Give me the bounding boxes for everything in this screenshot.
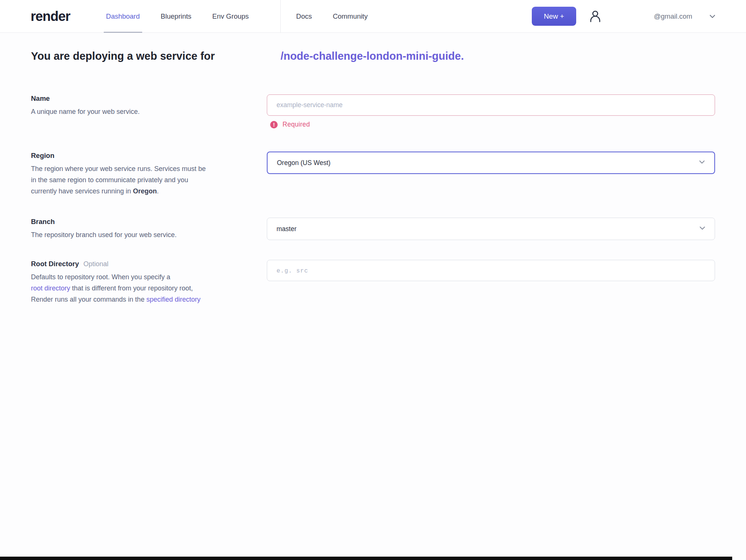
root-directory-description: Defaults to repository root. When you sp… <box>31 271 255 305</box>
region-select-value: Oregon (US West) <box>277 159 331 167</box>
name-error-text: Required <box>283 121 310 128</box>
name-error: ! Required <box>267 121 715 128</box>
nav-divider <box>280 0 281 33</box>
render-logo[interactable]: render <box>31 9 70 24</box>
top-navigation-bar: render Dashboard Blueprints Env Groups D… <box>0 0 746 33</box>
nav-item-label: Dashboard <box>106 12 140 21</box>
emphasis-text: Oregon <box>133 187 157 195</box>
page-title-prefix: You are deploying a web service for <box>31 50 215 62</box>
root-directory-label: Root DirectoryOptional <box>31 260 255 268</box>
chevron-down-icon <box>709 13 716 20</box>
new-button[interactable]: New + <box>532 7 576 26</box>
deploy-web-service-form: Name A unique name for your web service.… <box>31 94 715 305</box>
form-row-root-directory: Root DirectoryOptional Defaults to repos… <box>31 260 715 305</box>
nav-item-docs[interactable]: Docs <box>296 0 312 33</box>
chevron-down-icon <box>698 224 706 234</box>
branch-select-value: master <box>277 225 296 233</box>
screenshot-bottom-artifact <box>0 557 732 560</box>
form-row-name: Name A unique name for your web service.… <box>31 94 715 128</box>
service-name-input[interactable] <box>267 94 715 116</box>
inline-doc-link[interactable]: root directory <box>31 284 70 292</box>
inline-doc-link[interactable]: specified directory <box>146 296 200 303</box>
page-title: You are deploying a web service for/node… <box>31 50 715 62</box>
repo-link[interactable]: /node-challenge-london-mini-guide. <box>281 50 464 62</box>
account-email: @gmail.com <box>654 12 692 21</box>
branch-label: Branch <box>31 218 255 226</box>
chevron-down-icon <box>698 158 706 168</box>
form-row-region: Region The region where your web service… <box>31 152 715 197</box>
region-label: Region <box>31 152 255 160</box>
branch-select[interactable]: master <box>267 218 715 240</box>
nav-item-label: Community <box>333 12 368 21</box>
nav-item-env-groups[interactable]: Env Groups <box>212 0 249 33</box>
user-icon[interactable] <box>588 9 602 24</box>
nav-item-label: Docs <box>296 12 312 21</box>
nav-item-dashboard[interactable]: Dashboard <box>106 0 140 33</box>
root-directory-input[interactable] <box>267 260 715 281</box>
name-description: A unique name for your web service. <box>31 106 255 117</box>
region-description: The region where your web service runs. … <box>31 163 255 197</box>
form-row-branch: Branch The repository branch used for yo… <box>31 218 715 240</box>
branch-description: The repository branch used for your web … <box>31 229 255 240</box>
nav-right-cluster: New + @gmail.com <box>532 7 716 26</box>
error-icon: ! <box>270 121 278 128</box>
primary-nav: Dashboard Blueprints Env Groups Docs Com… <box>106 0 388 33</box>
nav-item-label: Env Groups <box>212 12 249 21</box>
optional-tag: Optional <box>84 260 109 268</box>
nav-item-community[interactable]: Community <box>333 0 368 33</box>
nav-item-blueprints[interactable]: Blueprints <box>161 0 191 33</box>
root-directory-label-text: Root Directory <box>31 260 79 268</box>
region-select[interactable]: Oregon (US West) <box>267 152 715 174</box>
nav-item-label: Blueprints <box>161 12 191 21</box>
account-menu[interactable]: @gmail.com <box>602 12 716 21</box>
name-label: Name <box>31 94 255 103</box>
